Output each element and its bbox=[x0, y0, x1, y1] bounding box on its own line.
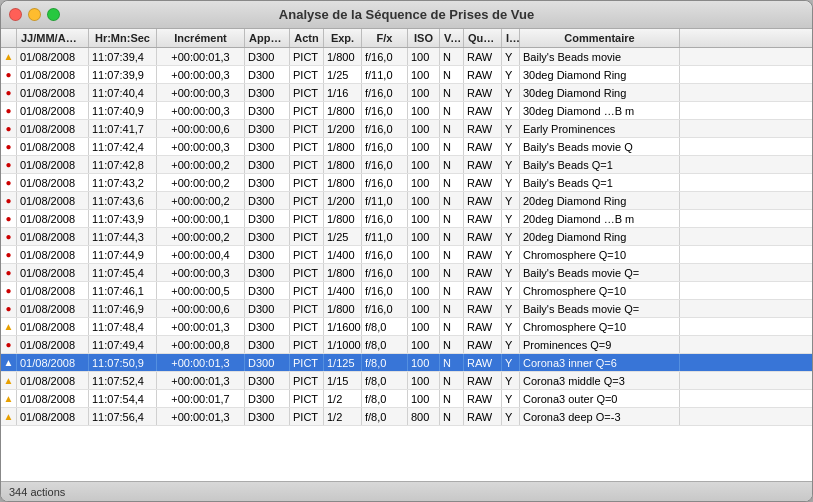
cell-actn: PICT bbox=[290, 282, 324, 299]
table-row[interactable]: ● 01/08/2008 11:07:46,1 +00:00:00,5 D300… bbox=[1, 282, 812, 300]
maximize-button[interactable] bbox=[47, 8, 60, 21]
cell-iso: 100 bbox=[408, 192, 440, 209]
cell-iso: 100 bbox=[408, 84, 440, 101]
table-row[interactable]: ● 01/08/2008 11:07:46,9 +00:00:00,6 D300… bbox=[1, 300, 812, 318]
cell-date: 01/08/2008 bbox=[17, 210, 89, 227]
status-icon: ● bbox=[1, 102, 17, 119]
cell-app: D300 bbox=[245, 300, 290, 317]
cell-comment: 20deg Diamond …B m bbox=[520, 210, 680, 227]
status-icon: ▲ bbox=[1, 372, 17, 389]
cell-app: D300 bbox=[245, 336, 290, 353]
cell-app: D300 bbox=[245, 174, 290, 191]
cell-in: Y bbox=[502, 174, 520, 191]
cell-fx: f/16,0 bbox=[362, 282, 408, 299]
cell-incr: +00:00:01,3 bbox=[157, 48, 245, 65]
cell-qual: RAW bbox=[464, 84, 502, 101]
col-header-qual: Qualité bbox=[464, 29, 502, 47]
cell-in: Y bbox=[502, 102, 520, 119]
cell-in: Y bbox=[502, 138, 520, 155]
cell-fx: f/16,0 bbox=[362, 174, 408, 191]
table-row[interactable]: ● 01/08/2008 11:07:43,6 +00:00:00,2 D300… bbox=[1, 192, 812, 210]
cell-comment: 30deg Diamond Ring bbox=[520, 66, 680, 83]
cell-comment: Early Prominences bbox=[520, 120, 680, 137]
cell-iso: 100 bbox=[408, 372, 440, 389]
cell-time: 11:07:39,4 bbox=[89, 48, 157, 65]
cell-date: 01/08/2008 bbox=[17, 390, 89, 407]
cell-iso: 100 bbox=[408, 120, 440, 137]
cell-exp: 1/1600 bbox=[324, 318, 362, 335]
cell-qual: RAW bbox=[464, 354, 502, 371]
cell-date: 01/08/2008 bbox=[17, 138, 89, 155]
cell-date: 01/08/2008 bbox=[17, 246, 89, 263]
col-header-vm: V.M. bbox=[440, 29, 464, 47]
cell-time: 11:07:39,9 bbox=[89, 66, 157, 83]
table-body[interactable]: ▲ 01/08/2008 11:07:39,4 +00:00:01,3 D300… bbox=[1, 48, 812, 481]
cell-in: Y bbox=[502, 318, 520, 335]
col-header-actn: Actn bbox=[290, 29, 324, 47]
cell-comment: Baily's Beads Q=1 bbox=[520, 156, 680, 173]
cell-in: Y bbox=[502, 372, 520, 389]
cell-time: 11:07:41,7 bbox=[89, 120, 157, 137]
table-row[interactable]: ▲ 01/08/2008 11:07:54,4 +00:00:01,7 D300… bbox=[1, 390, 812, 408]
cell-exp: 1/400 bbox=[324, 282, 362, 299]
cell-qual: RAW bbox=[464, 246, 502, 263]
cell-exp: 1/800 bbox=[324, 156, 362, 173]
cell-qual: RAW bbox=[464, 264, 502, 281]
table-row[interactable]: ● 01/08/2008 11:07:42,8 +00:00:00,2 D300… bbox=[1, 156, 812, 174]
table-row[interactable]: ● 01/08/2008 11:07:45,4 +00:00:00,3 D300… bbox=[1, 264, 812, 282]
cell-actn: PICT bbox=[290, 300, 324, 317]
cell-comment: Corona3 middle Q=3 bbox=[520, 372, 680, 389]
table-row[interactable]: ● 01/08/2008 11:07:49,4 +00:00:00,8 D300… bbox=[1, 336, 812, 354]
cell-vm: N bbox=[440, 192, 464, 209]
cell-vm: N bbox=[440, 174, 464, 191]
status-icon: ● bbox=[1, 300, 17, 317]
table-row[interactable]: ● 01/08/2008 11:07:39,9 +00:00:00,3 D300… bbox=[1, 66, 812, 84]
cell-vm: N bbox=[440, 300, 464, 317]
close-button[interactable] bbox=[9, 8, 22, 21]
col-header-incr: Incrément bbox=[157, 29, 245, 47]
cell-date: 01/08/2008 bbox=[17, 48, 89, 65]
table-row[interactable]: ▲ 01/08/2008 11:07:48,4 +00:00:01,3 D300… bbox=[1, 318, 812, 336]
table-row[interactable]: ▲ 01/08/2008 11:07:52,4 +00:00:01,3 D300… bbox=[1, 372, 812, 390]
col-header-in: In bbox=[502, 29, 520, 47]
cell-comment: Chromosphere Q=10 bbox=[520, 246, 680, 263]
cell-fx: f/16,0 bbox=[362, 300, 408, 317]
table-row[interactable]: ● 01/08/2008 11:07:40,4 +00:00:00,3 D300… bbox=[1, 84, 812, 102]
table-row[interactable]: ● 01/08/2008 11:07:41,7 +00:00:00,6 D300… bbox=[1, 120, 812, 138]
table-row[interactable]: ● 01/08/2008 11:07:43,2 +00:00:00,2 D300… bbox=[1, 174, 812, 192]
cell-date: 01/08/2008 bbox=[17, 228, 89, 245]
table-row[interactable]: ● 01/08/2008 11:07:44,9 +00:00:00,4 D300… bbox=[1, 246, 812, 264]
table-row[interactable]: ● 01/08/2008 11:07:43,9 +00:00:00,1 D300… bbox=[1, 210, 812, 228]
cell-app: D300 bbox=[245, 318, 290, 335]
cell-qual: RAW bbox=[464, 210, 502, 227]
cell-time: 11:07:44,9 bbox=[89, 246, 157, 263]
cell-fx: f/8,0 bbox=[362, 390, 408, 407]
table-row[interactable]: ● 01/08/2008 11:07:40,9 +00:00:00,3 D300… bbox=[1, 102, 812, 120]
cell-actn: PICT bbox=[290, 246, 324, 263]
cell-qual: RAW bbox=[464, 390, 502, 407]
cell-incr: +00:00:00,3 bbox=[157, 264, 245, 281]
cell-date: 01/08/2008 bbox=[17, 192, 89, 209]
table-row[interactable]: ▲ 01/08/2008 11:07:39,4 +00:00:01,3 D300… bbox=[1, 48, 812, 66]
table-row[interactable]: ● 01/08/2008 11:07:42,4 +00:00:00,3 D300… bbox=[1, 138, 812, 156]
cell-time: 11:07:49,4 bbox=[89, 336, 157, 353]
status-icon: ▲ bbox=[1, 390, 17, 407]
cell-comment: Corona3 inner Q=6 bbox=[520, 354, 680, 371]
cell-qual: RAW bbox=[464, 138, 502, 155]
cell-time: 11:07:50,9 bbox=[89, 354, 157, 371]
table-row[interactable]: ▲ 01/08/2008 11:07:50,9 +00:00:01,3 D300… bbox=[1, 354, 812, 372]
table-row[interactable]: ● 01/08/2008 11:07:44,3 +00:00:00,2 D300… bbox=[1, 228, 812, 246]
cell-date: 01/08/2008 bbox=[17, 84, 89, 101]
cell-actn: PICT bbox=[290, 102, 324, 119]
cell-vm: N bbox=[440, 138, 464, 155]
cell-vm: N bbox=[440, 246, 464, 263]
cell-time: 11:07:42,4 bbox=[89, 138, 157, 155]
cell-exp: 1/800 bbox=[324, 300, 362, 317]
cell-iso: 100 bbox=[408, 102, 440, 119]
minimize-button[interactable] bbox=[28, 8, 41, 21]
cell-vm: N bbox=[440, 390, 464, 407]
title-bar: Analyse de la Séquence de Prises de Vue bbox=[1, 1, 812, 29]
table-row[interactable]: ▲ 01/08/2008 11:07:56,4 +00:00:01,3 D300… bbox=[1, 408, 812, 426]
cell-qual: RAW bbox=[464, 300, 502, 317]
cell-actn: PICT bbox=[290, 84, 324, 101]
